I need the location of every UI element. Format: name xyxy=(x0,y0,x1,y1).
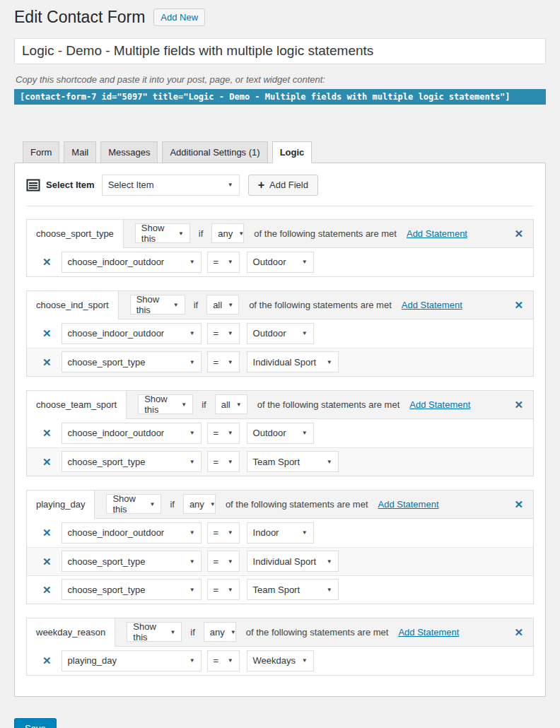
chevron-down-icon: ▼ xyxy=(228,259,233,265)
form-title-input[interactable] xyxy=(14,38,546,64)
chevron-down-icon: ▼ xyxy=(231,629,236,635)
add-new-button[interactable]: Add New xyxy=(153,8,205,26)
chevron-down-icon: ▼ xyxy=(327,359,332,365)
remove-statement-icon[interactable]: ✕ xyxy=(42,328,52,339)
group-field-name: playing_day xyxy=(27,491,95,519)
remove-statement-icon[interactable]: ✕ xyxy=(42,257,52,267)
statement-operator-select[interactable]: =▼ xyxy=(207,451,240,472)
statement-operator-select[interactable]: =▼ xyxy=(207,323,240,344)
statement-value-select[interactable]: Outdoor▼ xyxy=(247,323,314,344)
statement-field-select[interactable]: choose_sport_type▼ xyxy=(62,451,202,472)
if-label: if xyxy=(190,627,195,638)
statement-value-select[interactable]: Outdoor▼ xyxy=(247,252,314,273)
chevron-down-icon: ▼ xyxy=(189,657,195,664)
remove-statement-icon[interactable]: ✕ xyxy=(42,655,52,666)
statement-field-select[interactable]: choose_indoor_outdoor▼ xyxy=(62,423,202,444)
action-select[interactable]: Show this▼ xyxy=(106,494,161,514)
statement-value-select[interactable]: Outdoor▼ xyxy=(247,423,314,444)
panel-separator xyxy=(26,206,534,206)
logic-group-choose-sport-type: choose_sport_typeShow this▼ifany▼of the … xyxy=(26,219,534,277)
statement-value-select[interactable]: Indoor▼ xyxy=(247,522,314,544)
remove-group-icon[interactable]: ✕ xyxy=(514,499,523,510)
condition-select[interactable]: any▼ xyxy=(211,223,244,243)
condition-select-value: all xyxy=(221,399,231,410)
tab-logic[interactable]: Logic xyxy=(272,141,313,163)
statement-field-select[interactable]: choose_sport_type▼ xyxy=(62,551,202,572)
chevron-down-icon: ▼ xyxy=(238,230,244,237)
statement-value-select[interactable]: Individual Sport▼ xyxy=(247,551,339,572)
statement-value: Individual Sport xyxy=(253,556,317,567)
condition-select[interactable]: any▼ xyxy=(183,494,216,514)
add-statement-link[interactable]: Add Statement xyxy=(409,399,470,410)
remove-group-icon[interactable]: ✕ xyxy=(514,399,523,410)
shortcode-field[interactable]: [contact-form-7 id="5097" title="Logic -… xyxy=(14,89,546,105)
chevron-down-icon: ▼ xyxy=(228,459,233,465)
tab-messages[interactable]: Messages xyxy=(100,141,158,163)
select-item-row: Select Item Select Item ▼ + Add Field xyxy=(26,175,534,196)
add-statement-link[interactable]: Add Statement xyxy=(407,228,467,239)
tab-mail[interactable]: Mail xyxy=(64,141,96,163)
chevron-down-icon: ▼ xyxy=(173,302,179,308)
statement-operator-select[interactable]: =▼ xyxy=(207,579,240,600)
remove-group-icon[interactable]: ✕ xyxy=(514,300,523,310)
remove-statement-icon[interactable]: ✕ xyxy=(42,357,52,368)
remove-statement-icon[interactable]: ✕ xyxy=(42,457,52,467)
statement-operator-select[interactable]: =▼ xyxy=(207,252,240,273)
remove-statement-icon[interactable]: ✕ xyxy=(42,527,52,538)
statement-field-value: choose_sport_type xyxy=(68,457,146,467)
tab-additional-settings-1[interactable]: Additional Settings (1) xyxy=(162,141,267,163)
action-select-value: Show this xyxy=(136,294,168,315)
statement-field-select[interactable]: choose_indoor_outdoor▼ xyxy=(62,522,202,544)
save-button[interactable]: Save xyxy=(14,718,57,728)
statement-operator-select[interactable]: =▼ xyxy=(207,351,240,372)
remove-statement-icon[interactable]: ✕ xyxy=(42,585,52,595)
remove-statement-icon[interactable]: ✕ xyxy=(42,428,52,438)
add-field-button[interactable]: + Add Field xyxy=(248,175,318,196)
statement-field-select[interactable]: playing_day▼ xyxy=(62,650,202,671)
chevron-down-icon: ▼ xyxy=(228,330,233,336)
logic-groups-container: choose_sport_typeShow this▼ifany▼of the … xyxy=(26,219,534,676)
remove-group-icon[interactable]: ✕ xyxy=(514,627,523,638)
statement-operator-select[interactable]: =▼ xyxy=(207,423,240,444)
statement-row: ✕choose_sport_type▼=▼Team Sport▼ xyxy=(27,575,533,604)
statement-value-select[interactable]: Team Sport▼ xyxy=(247,451,339,472)
action-select[interactable]: Show this▼ xyxy=(135,223,190,243)
statement-operator-select[interactable]: =▼ xyxy=(207,522,240,544)
action-select[interactable]: Show this▼ xyxy=(130,295,185,315)
select-item-dropdown[interactable]: Select Item ▼ xyxy=(102,175,240,196)
chevron-down-icon: ▼ xyxy=(189,558,195,565)
logic-group-choose-team-sport: choose_team_sportShow this▼ifall▼of the … xyxy=(26,390,534,476)
action-select[interactable]: Show this▼ xyxy=(138,394,193,414)
statement-value-select[interactable]: Individual Sport▼ xyxy=(247,351,339,372)
condition-select[interactable]: any▼ xyxy=(204,622,236,642)
statement-value-select[interactable]: Team Sport▼ xyxy=(247,579,339,600)
add-statement-link[interactable]: Add Statement xyxy=(398,627,459,638)
tab-form[interactable]: Form xyxy=(23,141,59,163)
statements-met-label: of the following statements are met xyxy=(249,300,392,310)
statement-value-select[interactable]: Weekdays▼ xyxy=(247,650,314,671)
statement-row: ✕choose_sport_type▼=▼Individual Sport▼ xyxy=(27,348,533,376)
remove-group-icon[interactable]: ✕ xyxy=(514,228,523,239)
condition-select[interactable]: all▼ xyxy=(215,394,247,414)
action-select-value: Show this xyxy=(112,493,144,515)
condition-select[interactable]: all▼ xyxy=(206,295,239,315)
chevron-down-icon: ▼ xyxy=(189,359,195,365)
statement-field-select[interactable]: choose_indoor_outdoor▼ xyxy=(62,323,202,344)
statement-field-select[interactable]: choose_sport_type▼ xyxy=(62,351,202,372)
chevron-down-icon: ▼ xyxy=(181,401,187,408)
statement-operator-value: = xyxy=(214,585,219,595)
add-statement-link[interactable]: Add Statement xyxy=(378,499,439,510)
remove-statement-icon[interactable]: ✕ xyxy=(42,556,52,567)
statement-value: Weekdays xyxy=(253,655,296,666)
statement-field-select[interactable]: choose_sport_type▼ xyxy=(62,579,202,600)
if-label: if xyxy=(170,499,175,510)
chevron-down-icon: ▼ xyxy=(327,587,332,593)
action-select[interactable]: Show this▼ xyxy=(127,622,182,642)
plus-icon: + xyxy=(258,180,264,191)
statement-field-select[interactable]: choose_indoor_outdoor▼ xyxy=(62,252,202,273)
chevron-down-icon: ▼ xyxy=(228,558,233,565)
statement-operator-select[interactable]: =▼ xyxy=(207,551,240,572)
add-statement-link[interactable]: Add Statement xyxy=(402,300,462,310)
chevron-down-icon: ▼ xyxy=(228,529,233,536)
statement-operator-select[interactable]: =▼ xyxy=(207,650,240,671)
